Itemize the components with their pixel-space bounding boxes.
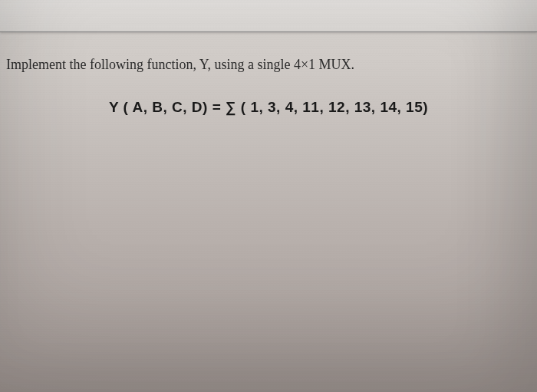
question-equation: Y ( A, B, C, D) = ∑ ( 1, 3, 4, 11, 12, 1… xyxy=(0,99,537,116)
document-content: Implement the following function, Y, usi… xyxy=(0,32,537,116)
question-prompt: Implement the following function, Y, usi… xyxy=(0,55,537,74)
top-border-bar xyxy=(0,0,537,32)
